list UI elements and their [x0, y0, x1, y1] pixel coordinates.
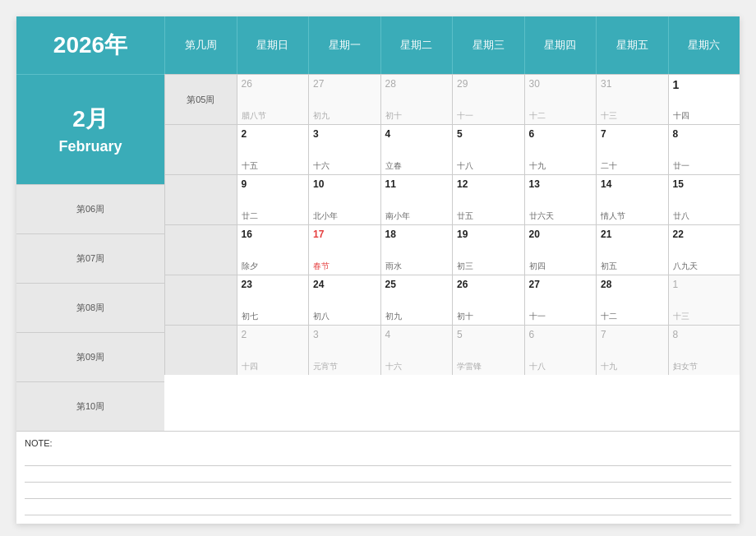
day-cell-w0-d0: 26腊八节 [237, 75, 309, 124]
note-label: NOTE: [25, 438, 731, 448]
lunar-w5-d6: 妇女节 [673, 362, 736, 372]
day-cell-w3-d0: 16除夕 [237, 225, 309, 275]
week-label-2: 第08周 [16, 283, 164, 332]
day-cell-w3-d3: 19初三 [452, 225, 524, 275]
day-num-w4-d1: 24 [313, 279, 376, 290]
day-num-w2-d2: 11 [385, 178, 449, 190]
lunar-w0-d2: 初十 [385, 111, 449, 121]
day-num-w3-d2: 18 [385, 229, 449, 240]
lunar-w0-d1: 初九 [313, 111, 376, 121]
lunar-w5-d3: 学雷锋 [457, 362, 520, 372]
tuesday-header: 星期二 [380, 16, 453, 74]
day-cell-w0-d1: 27初九 [308, 75, 380, 124]
month-cn: 2月 [72, 104, 108, 135]
note-line-4 [25, 501, 731, 515]
day-num-w5-d2: 4 [385, 329, 449, 340]
day-cell-w1-d5: 7二十 [596, 125, 668, 174]
day-cell-w2-d0: 9廿二 [237, 175, 309, 224]
week-label-0: 第06周 [16, 184, 164, 233]
day-cell-w1-d3: 5十八 [452, 125, 524, 174]
lunar-w3-d4: 初四 [529, 261, 592, 271]
monday-header: 星期一 [308, 16, 380, 74]
day-cell-w2-d5: 14情人节 [596, 175, 668, 224]
lunar-w1-d6: 廿一 [673, 161, 736, 171]
lunar-w1-d1: 十六 [313, 161, 376, 171]
day-cell-w2-d3: 12廿五 [452, 175, 524, 224]
day-num-w1-d2: 4 [385, 128, 449, 140]
day-cell-w3-d6: 22八九天 [668, 225, 740, 275]
day-cell-w3-d4: 20初四 [524, 225, 597, 275]
year-cell: 2026年 [16, 16, 164, 74]
day-cell-w5-d1: 3元宵节 [308, 326, 380, 375]
lunar-w2-d3: 廿五 [457, 211, 520, 221]
month-label: 2月 February [16, 74, 164, 184]
day-num-w3-d6: 22 [673, 229, 736, 240]
lunar-w1-d2: 立春 [385, 161, 449, 171]
day-cell-w3-d5: 21初五 [596, 225, 668, 275]
week-num-cell-4 [164, 275, 237, 325]
day-cell-w4-d3: 26初十 [452, 275, 524, 325]
day-num-w0-d5: 31 [601, 78, 664, 90]
lunar-w3-d0: 除夕 [242, 261, 305, 271]
day-cell-w2-d1: 10北小年 [308, 175, 380, 224]
week-label-1: 第07周 [16, 233, 164, 283]
calendar-body: 2月 February 第06周 第07周 第08周 第09周 第10周 第05… [16, 74, 740, 431]
week-num-cell-0: 第05周 [164, 75, 237, 124]
lunar-w0-d6: 十四 [673, 111, 736, 121]
day-cell-w1-d2: 4立春 [380, 125, 453, 174]
day-cell-w0-d3: 29十一 [452, 75, 524, 124]
day-num-w1-d4: 6 [529, 128, 592, 140]
day-num-w2-d3: 12 [457, 178, 520, 190]
day-cell-w1-d6: 8廿一 [668, 125, 740, 174]
week-num-cell-5 [164, 326, 237, 375]
day-num-w5-d1: 3 [313, 329, 376, 340]
day-cell-w0-d5: 31十三 [596, 75, 668, 124]
lunar-w2-d2: 南小年 [385, 211, 449, 221]
day-cell-w5-d5: 7十九 [596, 326, 668, 375]
lunar-w1-d5: 二十 [601, 161, 664, 171]
day-num-w4-d0: 23 [242, 279, 305, 290]
lunar-w5-d4: 十八 [529, 362, 592, 372]
day-cell-w0-d6: 1十四 [668, 75, 740, 124]
day-num-w3-d1: 17 [313, 229, 376, 240]
saturday-header: 星期六 [668, 16, 740, 74]
sunday-header: 星期日 [237, 16, 309, 74]
day-cell-w2-d2: 11南小年 [380, 175, 453, 224]
day-cell-w4-d1: 24初八 [308, 275, 380, 325]
note-line-2 [25, 468, 731, 483]
day-cell-w3-d1: 17春节 [308, 225, 380, 275]
week-num-cell-3 [164, 225, 237, 275]
wednesday-header: 星期三 [452, 16, 524, 74]
day-cell-w0-d4: 30十二 [524, 75, 597, 124]
day-num-w0-d2: 28 [385, 78, 449, 90]
day-num-w3-d0: 16 [242, 229, 305, 240]
day-num-w5-d3: 5 [457, 329, 520, 340]
friday-header: 星期五 [596, 16, 668, 74]
lunar-w3-d6: 八九天 [673, 261, 736, 271]
lunar-w4-d3: 初十 [457, 312, 520, 321]
day-num-w2-d6: 15 [673, 178, 736, 190]
day-num-w3-d3: 19 [457, 229, 520, 240]
lunar-w1-d3: 十八 [457, 161, 520, 171]
week-row-5: 2十四3元宵节4十六5学雷锋6十八7十九8妇女节 [164, 325, 740, 375]
day-num-w4-d6: 1 [673, 279, 736, 290]
lunar-w4-d5: 十二 [601, 312, 664, 321]
lunar-w4-d1: 初八 [313, 312, 376, 321]
week-row-3: 16除夕17春节18雨水19初三20初四21初五22八九天 [164, 224, 740, 275]
day-num-w5-d6: 8 [673, 329, 736, 340]
day-num-w5-d0: 2 [242, 329, 305, 340]
calendar: 2026年 第几周 星期日 星期一 星期二 星期三 星期四 星期五 星期六 2月… [16, 16, 740, 524]
day-cell-w1-d4: 6十九 [524, 125, 597, 174]
week-row-0: 第05周26腊八节27初九28初十29十一30十二31十三1十四 [164, 74, 740, 124]
note-section: NOTE: [16, 431, 740, 524]
day-num-w0-d1: 27 [313, 78, 376, 90]
week-row-4: 23初七24初八25初九26初十27十一28十二1十三 [164, 275, 740, 325]
day-num-w1-d6: 8 [673, 128, 736, 140]
lunar-w1-d4: 十九 [529, 161, 592, 171]
day-cell-w5-d4: 6十八 [524, 326, 597, 375]
day-num-w0-d6: 1 [673, 78, 736, 92]
day-num-w5-d4: 6 [529, 329, 592, 340]
day-cell-w2-d6: 15廿八 [668, 175, 740, 224]
day-cell-w0-d2: 28初十 [380, 75, 453, 124]
day-cell-w4-d6: 1十三 [668, 275, 740, 325]
